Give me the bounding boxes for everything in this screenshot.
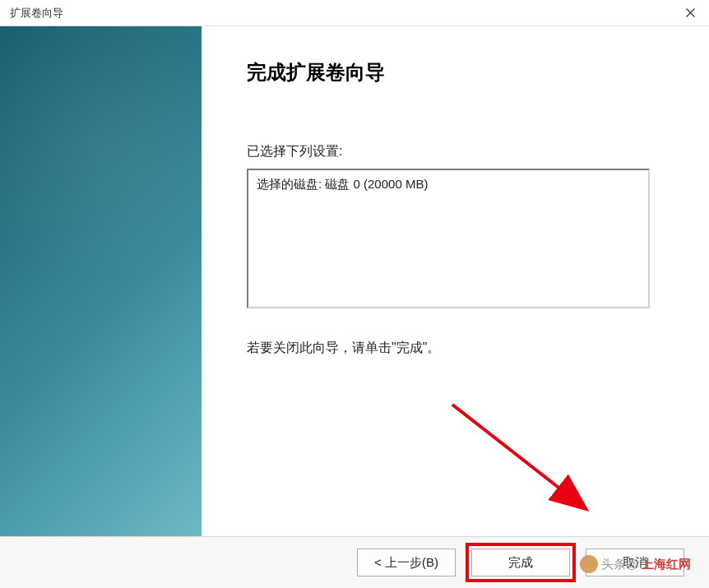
close-icon [686, 8, 695, 17]
wizard-content: 完成扩展卷向导 已选择下列设置: 选择的磁盘: 磁盘 0 (20000 MB) … [202, 26, 709, 536]
settings-listbox[interactable]: 选择的磁盘: 磁盘 0 (20000 MB) [247, 169, 650, 308]
wizard-sidebar-graphic [0, 26, 202, 536]
window-title: 扩展卷向导 [10, 6, 63, 21]
settings-label: 已选择下列设置: [247, 143, 664, 160]
titlebar: 扩展卷向导 [0, 0, 709, 26]
finish-button[interactable]: 完成 [471, 549, 570, 576]
cancel-button[interactable]: 取消 [586, 549, 684, 576]
selected-disk-item: 选择的磁盘: 磁盘 0 (20000 MB) [257, 177, 640, 192]
back-button[interactable]: < 上一步(B) [357, 549, 456, 576]
close-hint-text: 若要关闭此向导，请单击"完成"。 [247, 340, 664, 357]
wizard-body: 完成扩展卷向导 已选择下列设置: 选择的磁盘: 磁盘 0 (20000 MB) … [0, 26, 709, 536]
finish-highlight: 完成 [466, 543, 576, 582]
close-button[interactable] [671, 0, 709, 26]
wizard-heading: 完成扩展卷向导 [247, 59, 664, 86]
wizard-footer: < 上一步(B) 完成 取消 [0, 536, 709, 588]
